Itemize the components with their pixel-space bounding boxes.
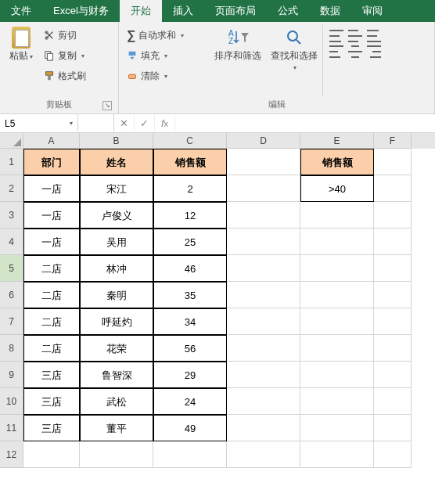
- cell-E9[interactable]: [300, 362, 374, 388]
- cell-F10[interactable]: [374, 388, 412, 415]
- cell-B12[interactable]: [80, 441, 153, 468]
- cell-F8[interactable]: [374, 335, 412, 362]
- cell-B2[interactable]: 宋江: [80, 175, 153, 202]
- cell-C6[interactable]: 35: [153, 282, 227, 308]
- cell-F9[interactable]: [374, 362, 412, 388]
- row-header-9[interactable]: 9: [0, 362, 23, 388]
- column-header-B[interactable]: B: [80, 133, 153, 149]
- cell-B4[interactable]: 吴用: [80, 229, 153, 255]
- cell-E2[interactable]: >40: [300, 175, 374, 202]
- cell-A2[interactable]: 一店: [23, 175, 80, 202]
- fill-button[interactable]: 填充▾: [124, 45, 210, 66]
- tab-审阅[interactable]: 审阅: [351, 0, 394, 22]
- cell-F3[interactable]: [374, 202, 412, 229]
- cell-D4[interactable]: [227, 229, 300, 255]
- tab-文件[interactable]: 文件: [0, 0, 42, 22]
- cell-E1[interactable]: 销售额: [300, 149, 374, 175]
- name-box[interactable]: ▾: [0, 114, 78, 132]
- cell-B5[interactable]: 林冲: [80, 255, 153, 282]
- cell-D6[interactable]: [227, 282, 300, 308]
- cell-F7[interactable]: [374, 308, 412, 335]
- cell-D7[interactable]: [227, 308, 300, 335]
- cell-D10[interactable]: [227, 388, 300, 415]
- row-header-8[interactable]: 8: [0, 335, 23, 362]
- column-header-F[interactable]: F: [374, 133, 412, 149]
- tab-Excel与财务[interactable]: Excel与财务: [42, 0, 120, 22]
- cell-C3[interactable]: 12: [153, 202, 227, 229]
- cell-D12[interactable]: [227, 441, 300, 468]
- cell-E8[interactable]: [300, 335, 374, 362]
- cell-B8[interactable]: 花荣: [80, 335, 153, 362]
- cell-F6[interactable]: [374, 282, 412, 308]
- cell-C10[interactable]: 24: [153, 388, 227, 415]
- cell-D9[interactable]: [227, 362, 300, 388]
- cell-A12[interactable]: [23, 441, 80, 468]
- select-all-corner[interactable]: [0, 133, 23, 149]
- cell-C5[interactable]: 46: [153, 255, 227, 282]
- cell-A1[interactable]: 部门: [23, 149, 80, 175]
- cell-A8[interactable]: 二店: [23, 335, 80, 362]
- cell-F1[interactable]: [374, 149, 412, 175]
- cell-B11[interactable]: 董平: [80, 415, 153, 441]
- sort-filter-button[interactable]: AZ 排序和筛选: [210, 25, 266, 97]
- column-header-D[interactable]: D: [227, 133, 300, 149]
- name-box-input[interactable]: [5, 118, 59, 129]
- autosum-button[interactable]: ∑ 自动求和▾: [124, 25, 210, 45]
- cell-D11[interactable]: [227, 415, 300, 441]
- cell-C12[interactable]: [153, 441, 227, 468]
- cell-E12[interactable]: [300, 441, 374, 468]
- row-header-3[interactable]: 3: [0, 202, 23, 229]
- cell-B3[interactable]: 卢俊义: [80, 202, 153, 229]
- column-header-C[interactable]: C: [153, 133, 227, 149]
- cell-C7[interactable]: 34: [153, 308, 227, 335]
- copy-button[interactable]: 复制▾: [41, 45, 89, 66]
- chevron-down-icon[interactable]: ▾: [70, 120, 73, 127]
- cell-D5[interactable]: [227, 255, 300, 282]
- cell-A10[interactable]: 三店: [23, 388, 80, 415]
- fx-button[interactable]: fx: [155, 114, 175, 132]
- row-header-10[interactable]: 10: [0, 388, 23, 415]
- cell-B10[interactable]: 武松: [80, 388, 153, 415]
- row-header-6[interactable]: 6: [0, 282, 23, 308]
- row-header-1[interactable]: 1: [0, 149, 23, 175]
- row-header-4[interactable]: 4: [0, 229, 23, 255]
- cell-C4[interactable]: 25: [153, 229, 227, 255]
- cancel-formula-button[interactable]: ✕: [114, 114, 135, 132]
- cell-C11[interactable]: 49: [153, 415, 227, 441]
- cell-E7[interactable]: [300, 308, 374, 335]
- cell-A6[interactable]: 二店: [23, 282, 80, 308]
- cell-E6[interactable]: [300, 282, 374, 308]
- clear-button[interactable]: 清除▾: [124, 66, 210, 86]
- cell-F11[interactable]: [374, 415, 412, 441]
- align-right-button[interactable]: [367, 45, 381, 58]
- formula-input[interactable]: [175, 114, 435, 132]
- row-header-2[interactable]: 2: [0, 175, 23, 202]
- tab-数据[interactable]: 数据: [309, 0, 351, 22]
- paste-button[interactable]: 粘贴▾: [5, 25, 38, 97]
- cell-D1[interactable]: [227, 149, 300, 175]
- cell-E5[interactable]: [300, 255, 374, 282]
- cell-B1[interactable]: 姓名: [80, 149, 153, 175]
- cell-C2[interactable]: 2: [153, 175, 227, 202]
- align-top-button[interactable]: [329, 30, 343, 42]
- row-header-5[interactable]: 5: [0, 255, 23, 282]
- dialog-launcher-icon[interactable]: ↘: [102, 101, 112, 110]
- cell-B9[interactable]: 鲁智深: [80, 362, 153, 388]
- row-header-11[interactable]: 11: [0, 415, 23, 441]
- cell-D8[interactable]: [227, 335, 300, 362]
- cell-E10[interactable]: [300, 388, 374, 415]
- cell-F5[interactable]: [374, 255, 412, 282]
- cell-F12[interactable]: [374, 441, 412, 468]
- tab-开始[interactable]: 开始: [120, 0, 162, 22]
- cell-C8[interactable]: 56: [153, 335, 227, 362]
- cell-A9[interactable]: 三店: [23, 362, 80, 388]
- cell-B7[interactable]: 呼延灼: [80, 308, 153, 335]
- align-bottom-button[interactable]: [367, 30, 381, 42]
- cell-E11[interactable]: [300, 415, 374, 441]
- align-left-button[interactable]: [329, 45, 343, 58]
- cell-F4[interactable]: [374, 229, 412, 255]
- cell-A3[interactable]: 一店: [23, 202, 80, 229]
- row-header-7[interactable]: 7: [0, 308, 23, 335]
- tab-公式[interactable]: 公式: [267, 0, 309, 22]
- column-header-E[interactable]: E: [300, 133, 374, 149]
